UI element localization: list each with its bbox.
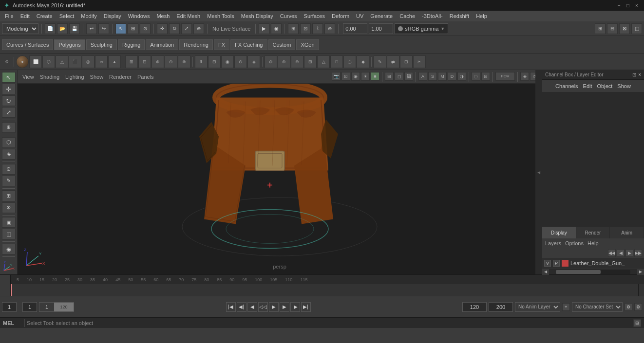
render-button[interactable]: ▶ xyxy=(259,23,269,34)
menu-uv[interactable]: UV xyxy=(353,12,366,20)
layers-menu[interactable]: Layers xyxy=(545,240,561,246)
anim-layer-button[interactable]: + xyxy=(562,303,570,311)
menu-mesh[interactable]: Mesh xyxy=(153,12,172,20)
open-file-button[interactable]: 📂 xyxy=(57,23,68,34)
menu-cache[interactable]: Cache xyxy=(397,12,418,20)
select-tool[interactable]: ↖ xyxy=(2,72,16,83)
shelf-bridge[interactable]: ⊟ xyxy=(208,55,221,68)
window-controls[interactable]: − □ × xyxy=(616,2,640,9)
display-settings[interactable]: ⊞ xyxy=(2,190,16,201)
layer-last-button[interactable]: ▶▶ xyxy=(634,249,642,257)
track-vscroll[interactable] xyxy=(638,284,644,296)
layer-next-button[interactable]: ▶ xyxy=(625,249,633,257)
range-bar[interactable]: 120 xyxy=(54,303,74,311)
snap-icon2[interactable]: ⊛ xyxy=(2,202,16,213)
viewport-menu-show[interactable]: Show xyxy=(88,73,106,81)
shelf-fill-hole[interactable]: ◉ xyxy=(221,55,234,68)
shelf-bevel[interactable]: ◈ xyxy=(247,55,260,68)
save-file-button[interactable]: 💾 xyxy=(69,23,80,34)
scroll-left-arrow[interactable]: ◀ xyxy=(542,269,549,275)
show-menu[interactable]: Show xyxy=(617,83,631,89)
scroll-right-arrow[interactable]: ▶ xyxy=(637,269,644,275)
shelf-separate[interactable]: ⊟ xyxy=(138,55,151,68)
play-back-button[interactable]: ◁◁ xyxy=(258,302,268,312)
viewport-isolate[interactable]: ◈ xyxy=(520,72,529,81)
scroll-track[interactable] xyxy=(556,270,630,274)
viewport-sss-icon[interactable]: S xyxy=(428,72,437,81)
move-tool-button[interactable]: ✛ xyxy=(157,23,168,34)
viewport-hud-icon[interactable]: ◻ xyxy=(395,72,403,81)
shelf-combine[interactable]: ⊞ xyxy=(125,55,138,68)
shelf-prism[interactable]: ▱ xyxy=(95,55,108,68)
shelf-transfer-attr[interactable]: ⇄ xyxy=(387,55,399,68)
scroll-thumb[interactable] xyxy=(556,270,601,274)
menu-generate[interactable]: Generate xyxy=(367,12,396,20)
menu-redshift[interactable]: Redshift xyxy=(447,12,472,20)
viewport-menu-panels[interactable]: Panels xyxy=(135,73,156,81)
shelf-extrude[interactable]: ⬆ xyxy=(195,55,208,68)
viewport-two-sided[interactable]: ◑ xyxy=(457,72,466,81)
grid-toggle[interactable]: ⊞ xyxy=(288,23,299,34)
pos-x-input[interactable] xyxy=(343,23,367,34)
play-forward-button[interactable]: ▶ xyxy=(269,302,279,312)
menu-curves[interactable]: Curves xyxy=(277,12,300,20)
playback-end-input[interactable] xyxy=(462,302,487,312)
scale-tool[interactable]: ⤢ xyxy=(2,107,16,118)
prefs-button[interactable]: ⚙ xyxy=(634,303,642,311)
anim-layer-select[interactable]: No Anim Layer xyxy=(515,302,560,312)
menu-edit[interactable]: Edit xyxy=(18,12,33,20)
shelf-gear-icon[interactable]: ⚙ xyxy=(2,55,12,69)
viewport-image-plane[interactable]: 🖼 xyxy=(404,72,413,81)
frame-start-input[interactable] xyxy=(22,302,37,312)
paint-select[interactable]: ✎ xyxy=(2,176,16,186)
shelf-insert-edge[interactable]: ⊕ xyxy=(278,55,290,68)
timeline-track[interactable] xyxy=(0,284,644,296)
show-manip[interactable]: ◈ xyxy=(2,149,16,160)
layer-color-indicator[interactable] xyxy=(562,260,568,267)
char-set-button[interactable]: ⚙ xyxy=(625,303,632,311)
shelf-tab-custom[interactable]: Custom xyxy=(268,39,296,50)
redo-button[interactable]: ↪ xyxy=(98,23,109,34)
isolate-select[interactable]: ◫ xyxy=(2,229,16,239)
pos-y-input[interactable] xyxy=(369,23,393,34)
go-start-button[interactable]: |◀ xyxy=(226,302,236,312)
close-button[interactable]: × xyxy=(633,2,640,9)
viewport-3d[interactable]: persp Y X Z xyxy=(18,84,542,274)
viewport-light-icon[interactable]: ☀ xyxy=(361,72,370,81)
layer-first-button[interactable]: ◀◀ xyxy=(608,249,616,257)
layer-scrollbar[interactable]: ◀ ▶ xyxy=(542,269,644,274)
current-frame-input[interactable] xyxy=(2,302,17,312)
menu-mesh-display[interactable]: Mesh Display xyxy=(238,12,276,20)
viewport-camera-icon[interactable]: 📷 xyxy=(332,72,341,81)
shelf-smooth[interactable]: ⊙ xyxy=(234,55,247,68)
edit-menu[interactable]: Edit xyxy=(583,83,592,89)
shelf-merge-vert[interactable]: ⊛ xyxy=(291,55,303,68)
shelf-tab-polygons[interactable]: Polygons xyxy=(54,39,85,50)
shelf-loop-cut[interactable]: ⊘ xyxy=(265,55,277,68)
snap-grid[interactable]: ⊡ xyxy=(300,23,311,34)
menu-3dto[interactable]: -3DtoAll- xyxy=(419,12,446,20)
playback-range-input[interactable]: 120 xyxy=(39,302,74,312)
cb-close-button[interactable]: × xyxy=(638,72,641,77)
layer-visibility-toggle[interactable]: V xyxy=(544,260,551,267)
go-end-button[interactable]: ▶| xyxy=(301,302,311,312)
maximize-button[interactable]: □ xyxy=(625,2,631,9)
shelf-tab-rigging[interactable]: Rigging xyxy=(118,39,145,50)
lasso-select[interactable]: ⊙ xyxy=(2,164,16,175)
scale-tool-button[interactable]: ⤢ xyxy=(181,23,192,34)
shelf-tab-curves[interactable]: Curves / Surfaces xyxy=(2,39,53,50)
quick-select[interactable]: ▣ xyxy=(2,217,16,228)
lasso-button[interactable]: ⊙ xyxy=(140,23,151,34)
viewport-field-of-view[interactable]: FOV xyxy=(495,72,515,81)
shelf-pyramid[interactable]: ▲ xyxy=(108,55,121,68)
cb-float-button[interactable]: ⊡ xyxy=(632,72,636,77)
viewport-smooth-icon[interactable]: ◉ xyxy=(351,72,360,81)
viewport-grid-icon[interactable]: ⊞ xyxy=(385,72,394,81)
layer-prev-button[interactable]: ◀ xyxy=(617,249,625,257)
menu-surfaces[interactable]: Surfaces xyxy=(301,12,328,20)
viewport-motion-blur[interactable]: M xyxy=(438,72,447,81)
snap-point[interactable]: ⊛ xyxy=(324,23,335,34)
soft-modification[interactable]: ⬡ xyxy=(2,137,16,148)
shelf-boolean-diff[interactable]: ⊖ xyxy=(165,55,177,68)
color-profile-selector[interactable]: sRGB gamma ▼ xyxy=(395,23,448,34)
